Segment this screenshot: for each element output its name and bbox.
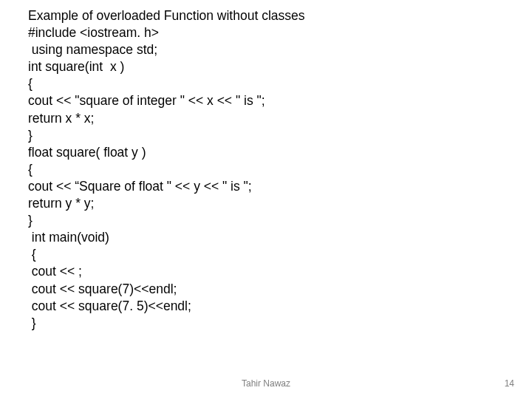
code-line: }	[28, 212, 532, 229]
code-line: }	[28, 127, 532, 144]
code-line: {	[28, 161, 532, 178]
code-line: }	[28, 315, 532, 332]
code-line: int main(void)	[28, 229, 532, 246]
code-line: cout << “Square of float " << y << " is …	[28, 178, 532, 195]
code-line: {	[28, 246, 532, 263]
footer-author: Tahir Nawaz	[242, 378, 290, 389]
code-line: using namespace std;	[28, 41, 532, 58]
code-line: {	[28, 75, 532, 92]
code-line: cout << "square of integer " << x << " i…	[28, 92, 532, 109]
code-line: float square( float y )	[28, 144, 532, 161]
code-line: #include <iostream. h>	[28, 24, 532, 41]
code-line: cout << square(7. 5)<<endl;	[28, 298, 532, 315]
code-line: cout << square(7)<<endl;	[28, 281, 532, 298]
code-line: int square(int x )	[28, 58, 532, 75]
code-line: Example of overloaded Function without c…	[28, 7, 532, 24]
code-content: Example of overloaded Function without c…	[0, 0, 532, 332]
code-line: return y * y;	[28, 195, 532, 212]
code-line: cout << ;	[28, 263, 532, 280]
footer-page-number: 14	[505, 378, 514, 389]
code-line: return x * x;	[28, 110, 532, 127]
